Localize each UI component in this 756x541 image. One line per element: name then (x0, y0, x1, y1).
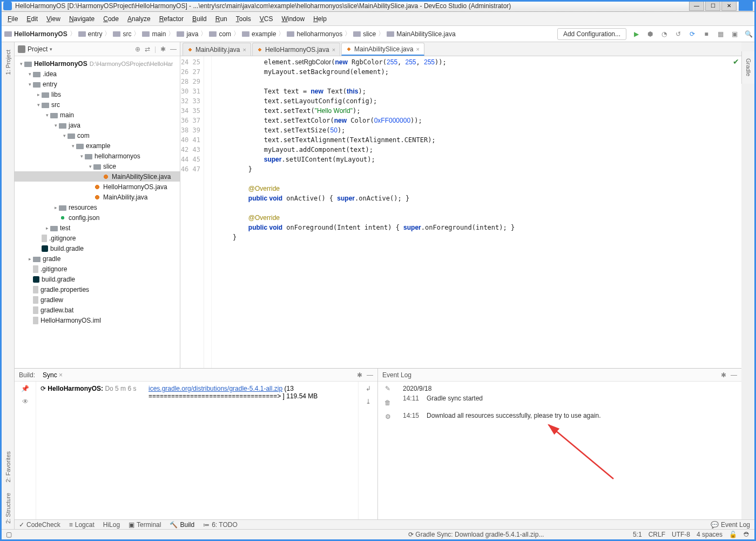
inspection-ok-icon[interactable]: ✔ (733, 57, 739, 66)
soft-wrap-icon[interactable]: ↲ (366, 385, 371, 392)
trash-icon[interactable]: 🗑 (384, 399, 391, 406)
tree-item[interactable]: gradle.properties (15, 284, 180, 295)
tool-terminal[interactable]: ▣ Terminal (129, 521, 161, 529)
tool-hilog[interactable]: HiLog (103, 521, 120, 529)
status-hat-icon[interactable]: ⛑ (744, 531, 750, 538)
status-position[interactable]: 5:1 (633, 531, 642, 538)
tree-item[interactable]: ▾java (15, 120, 180, 130)
menu-edit[interactable]: Edit (22, 13, 42, 25)
editor-tab[interactable]: MainAbility.java× (183, 43, 251, 56)
panel-hide-icon[interactable]: — (731, 371, 737, 379)
edit-icon[interactable]: ✎ (385, 385, 390, 392)
tree-item[interactable]: HelloHarmonyOS.iml (15, 315, 180, 325)
editor-tab[interactable]: HelloHarmonyOS.java× (252, 43, 340, 56)
breadcrumb-item[interactable]: HelloHarmonyOS (3, 30, 69, 38)
pin-icon[interactable]: 📌 (21, 385, 29, 392)
tree-item[interactable]: ▸libs (15, 89, 180, 99)
chevron-down-icon[interactable]: ▾ (50, 46, 52, 52)
tree-item[interactable]: .gitignore (15, 233, 180, 243)
menu-build[interactable]: Build (188, 13, 211, 25)
close-icon[interactable]: × (242, 46, 246, 53)
build-tab-sync[interactable]: Sync × (39, 370, 66, 380)
tree-item[interactable]: config.json (15, 212, 180, 223)
menu-code[interactable]: Code (99, 13, 123, 25)
breadcrumb-item[interactable]: MainAbilitySlice.java (386, 30, 456, 38)
tool-todo[interactable]: ≔ 6: TODO (203, 521, 238, 529)
tree-item[interactable]: ▾example (15, 141, 180, 151)
locate-icon[interactable]: ⊕ (135, 45, 140, 53)
menu-navigate[interactable]: Navigate (65, 13, 99, 25)
preview-icon[interactable]: ▣ (730, 30, 739, 38)
event-log-content[interactable]: 2020/9/18 14:11Gradle sync started 14:15… (397, 382, 741, 519)
project-view-label[interactable]: Project (28, 45, 48, 53)
status-line-ending[interactable]: CRLF (649, 531, 665, 538)
breadcrumb-item[interactable]: entry (77, 30, 104, 38)
menu-help[interactable]: Help (309, 13, 331, 25)
tree-item[interactable]: MainAbility.java (15, 192, 180, 202)
layout-icon[interactable]: ▦ (716, 30, 725, 38)
breadcrumb-item[interactable]: com (208, 30, 232, 38)
build-download-link[interactable]: ices.gradle.org/distributions/gradle-5.4… (148, 385, 282, 392)
attach-icon[interactable]: ↺ (674, 30, 683, 38)
run-icon[interactable]: ▶ (632, 30, 640, 38)
debug-icon[interactable]: ⬢ (646, 30, 654, 38)
close-button[interactable]: ✕ (721, 1, 737, 11)
tree-item[interactable]: ▾main (15, 110, 180, 120)
tool-codecheck[interactable]: ✓ CodeCheck (19, 521, 60, 529)
expand-icon[interactable]: ⇄ (145, 45, 150, 53)
menu-view[interactable]: View (42, 13, 65, 25)
tool-logcat[interactable]: ≡ Logcat (69, 521, 94, 529)
tree-item[interactable]: MainAbilitySlice.java (15, 171, 180, 182)
menu-window[interactable]: Window (277, 13, 309, 25)
close-icon[interactable]: × (332, 46, 335, 53)
menu-file[interactable]: File (3, 13, 22, 25)
tree-item[interactable]: HelloHarmonyOS.java (15, 182, 180, 192)
left-strip-favorites[interactable]: 2: Favorites (5, 451, 11, 482)
breadcrumb-item[interactable]: java (176, 30, 199, 38)
panel-hide-icon[interactable]: — (367, 371, 373, 379)
close-icon[interactable]: × (416, 46, 419, 52)
eye-icon[interactable]: 👁 (22, 398, 29, 405)
breadcrumb-item[interactable]: main (141, 30, 167, 38)
panel-settings-icon[interactable]: ✱ (721, 371, 726, 379)
status-lock-icon[interactable]: 🔓 (729, 531, 737, 538)
gear-icon[interactable]: ⚙ (385, 413, 391, 420)
tree-item[interactable]: ▾.idea (15, 69, 180, 79)
right-strip-gradle[interactable]: Gradle (745, 58, 752, 76)
tree-item[interactable]: build.gradle (15, 274, 180, 284)
add-configuration-button[interactable]: Add Configuration... (557, 28, 626, 40)
status-indent[interactable]: 4 spaces (697, 531, 723, 538)
tree-item[interactable]: ▾com (15, 130, 180, 141)
tree-item[interactable]: ▾helloharmonyos (15, 151, 180, 161)
panel-settings-icon[interactable]: ✱ (357, 371, 362, 379)
tree-item[interactable]: build.gradle (15, 243, 180, 253)
external-tool-icon[interactable] (739, 1, 753, 11)
settings-icon[interactable]: ✱ (160, 45, 166, 53)
gradle-sync-icon[interactable]: ⟳ (688, 30, 697, 38)
hide-icon[interactable]: — (170, 45, 177, 53)
status-encoding[interactable]: UTF-8 (672, 531, 690, 538)
tree-item[interactable]: ▾slice (15, 161, 180, 171)
tree-item[interactable]: ▸resources (15, 202, 180, 212)
search-icon[interactable]: 🔍 (744, 30, 753, 38)
menu-vcs[interactable]: VCS (255, 13, 278, 25)
left-strip-project[interactable]: 1: Project (5, 50, 11, 75)
tool-build[interactable]: 🔨 Build (170, 521, 194, 529)
breadcrumb-item[interactable]: helloharmonyos (286, 30, 343, 38)
tree-item[interactable]: gradlew.bat (15, 305, 180, 315)
menu-refactor[interactable]: Refactor (155, 13, 188, 25)
tree-item[interactable]: .gitignore (15, 264, 180, 274)
tool-event-log[interactable]: 💬 Event Log (711, 521, 750, 529)
tree-item[interactable]: ▾src (15, 99, 180, 110)
maximize-button[interactable]: ☐ (705, 1, 720, 11)
breadcrumb-item[interactable]: slice (352, 30, 377, 38)
editor-tab[interactable]: MainAbilitySlice.java× (341, 43, 424, 56)
menu-run[interactable]: Run (211, 13, 232, 25)
tree-root[interactable]: ▾ HelloHarmonyOS D:\HarmonyOSProject\Hel… (15, 58, 180, 69)
breadcrumb-item[interactable]: src (112, 30, 132, 38)
tree-item[interactable]: ▾entry (15, 79, 180, 89)
status-icon[interactable]: ▢ (6, 531, 12, 538)
profile-icon[interactable]: ◔ (660, 30, 669, 38)
menu-analyze[interactable]: Analyze (123, 13, 155, 25)
breadcrumb-item[interactable]: example (241, 30, 277, 38)
